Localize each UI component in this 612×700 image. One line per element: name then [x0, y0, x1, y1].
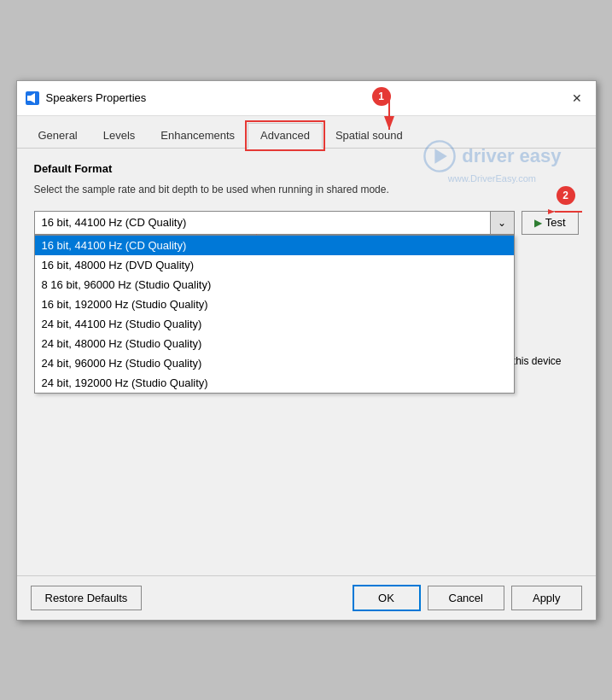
driver-easy-logo-icon — [423, 139, 457, 173]
dropdown-item-4[interactable]: 24 bit, 44100 Hz (Studio Quality) — [35, 314, 514, 334]
dropdown-item-3[interactable]: 16 bit, 192000 Hz (Studio Quality) — [35, 295, 514, 314]
svg-marker-9 — [435, 149, 447, 164]
dropdown-item-5[interactable]: 24 bit, 48000 Hz (Studio Quality) — [35, 334, 514, 353]
footer: Restore Defaults OK Cancel Apply — [17, 575, 596, 620]
apply-button[interactable]: Apply — [511, 586, 582, 610]
watermark: driver easy www.DriverEasy.com — [423, 139, 561, 184]
footer-right: OK Cancel Apply — [353, 585, 582, 611]
window-title: Speakers Properties — [46, 91, 147, 104]
dropdown-item-1[interactable]: 16 bit, 48000 Hz (DVD Quality) — [35, 255, 514, 275]
dropdown-item-6[interactable]: 24 bit, 96000 Hz (Studio Quality) — [35, 353, 514, 373]
dropdown-item-7[interactable]: 24 bit, 192000 Hz (Studio Quality) — [35, 373, 514, 393]
cancel-button[interactable]: Cancel — [428, 586, 504, 610]
svg-marker-1 — [31, 93, 35, 103]
title-bar: Speakers Properties ✕ — [17, 81, 596, 116]
brand-url: www.DriverEasy.com — [448, 173, 536, 184]
test-btn-label: Test — [545, 216, 566, 229]
play-icon: ▶ — [534, 217, 542, 229]
footer-left: Restore Defaults — [31, 586, 143, 610]
speaker-icon — [26, 91, 39, 105]
dropdown-button[interactable]: ⌄ — [491, 211, 515, 235]
brand-name: driver easy — [462, 145, 561, 167]
tab-enhancements[interactable]: Enhancements — [148, 123, 248, 148]
dropdown-list: 16 bit, 44100 Hz (CD Quality) 16 bit, 48… — [34, 235, 515, 394]
restore-defaults-button[interactable]: Restore Defaults — [31, 586, 143, 610]
ok-button[interactable]: OK — [353, 585, 421, 611]
this-device-text: this device — [513, 355, 562, 367]
title-bar-left: Speakers Properties — [26, 91, 147, 105]
dropdown-item-0[interactable]: 16 bit, 44100 Hz (CD Quality) — [35, 236, 514, 255]
close-button[interactable]: ✕ — [567, 88, 587, 108]
test-button[interactable]: ▶ Test — [522, 211, 579, 235]
tab-content: Default Format Select the sample rate an… — [17, 149, 596, 575]
format-display[interactable]: 16 bit, 44100 Hz (CD Quality) — [34, 211, 491, 235]
advanced-content: Default Format Select the sample rate an… — [34, 162, 579, 235]
tab-advanced[interactable]: Advanced — [248, 123, 323, 149]
watermark-logo: driver easy — [423, 139, 561, 173]
format-selector-container: 16 bit, 44100 Hz (CD Quality) ⌄ 16 bit, … — [34, 211, 515, 235]
speakers-properties-window: Speakers Properties ✕ General Levels Enh… — [16, 80, 597, 621]
tab-levels[interactable]: Levels — [90, 123, 149, 148]
dropdown-item-2[interactable]: 8 16 bit, 96000 Hz (Studio Quality) — [35, 275, 514, 295]
tab-spatial-sound[interactable]: Spatial sound — [323, 123, 416, 148]
svg-rect-0 — [27, 96, 31, 101]
format-row: 16 bit, 44100 Hz (CD Quality) ⌄ 16 bit, … — [34, 211, 579, 235]
section-desc: Select the sample rate and bit depth to … — [34, 182, 579, 197]
tab-general[interactable]: General — [26, 123, 90, 148]
